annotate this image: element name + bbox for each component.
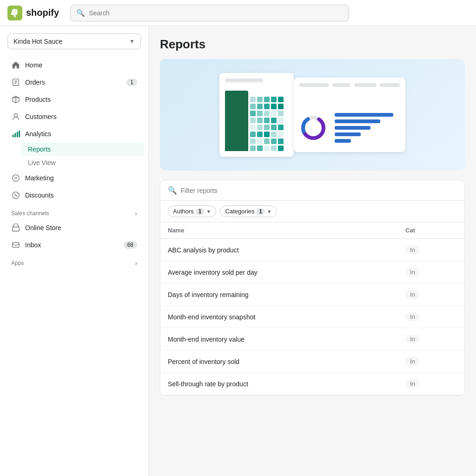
category-badge: In [405, 357, 420, 366]
heat-cell [278, 118, 284, 123]
table-row[interactable]: Month-end inventory snapshot In [160, 306, 464, 328]
report-name: Percent of inventory sold [160, 350, 398, 373]
sidebar-item-inbox[interactable]: Inbox 68 [4, 237, 145, 253]
heat-cell [271, 125, 277, 130]
category-badge: In [405, 312, 420, 321]
authors-chip[interactable]: Authors 1 ▼ [168, 205, 216, 217]
report-category: In [398, 306, 464, 328]
heat-cell [271, 132, 277, 137]
sidebar-item-orders[interactable]: Orders 1 [4, 74, 145, 91]
heat-cell [278, 125, 284, 130]
analytics-subnav: Reports Live View [0, 143, 148, 169]
heat-cell [250, 125, 256, 130]
main-content: Reports [149, 26, 476, 476]
table-row[interactable]: Percent of inventory sold In [160, 350, 464, 373]
svg-rect-20 [13, 243, 19, 248]
sidebar-item-customers[interactable]: Customers [4, 108, 145, 125]
store-selector[interactable]: Kinda Hot Sauce ▼ [7, 33, 141, 49]
heat-grid [250, 97, 288, 151]
heat-cell [250, 111, 256, 116]
heat-cell [257, 132, 263, 137]
heat-cell [278, 139, 284, 144]
report-name: Days of inventory remaining [160, 284, 398, 306]
bar-list-item-5 [335, 139, 351, 143]
home-icon [11, 60, 20, 70]
discounts-icon [11, 191, 20, 200]
search-input[interactable] [89, 9, 343, 17]
col-name: Name [160, 222, 398, 239]
sidebar-item-online-store[interactable]: Online Store [4, 219, 145, 236]
table-row[interactable]: Days of inventory remaining In [160, 284, 464, 306]
heat-cell [278, 132, 284, 137]
category-badge: In [405, 290, 420, 299]
authors-chip-arrow-icon: ▼ [206, 209, 212, 214]
category-badge: In [405, 245, 420, 254]
logo-area: shopify [7, 6, 59, 20]
svg-rect-11 [14, 133, 16, 137]
main-layout: Kinda Hot Sauce ▼ Home Orders 1 Products [0, 26, 476, 476]
store-name: Kinda Hot Sauce [13, 38, 62, 45]
chart2-title [299, 83, 329, 87]
category-badge: In [405, 268, 420, 277]
heat-cell [278, 104, 284, 109]
filter-input[interactable] [181, 187, 457, 194]
heat-cell [250, 132, 256, 137]
heat-cell [264, 104, 270, 109]
heat-cell [264, 125, 270, 130]
table-row[interactable]: Sell-through rate by product In [160, 373, 464, 395]
filter-bar: 🔍 [160, 180, 464, 201]
heat-cell [271, 145, 277, 151]
sidebar-item-orders-label: Orders [25, 79, 45, 86]
svg-point-17 [14, 194, 15, 195]
heat-row [250, 145, 288, 151]
sidebar-item-discounts[interactable]: Discounts [4, 187, 145, 204]
sales-channels-arrow-icon[interactable]: › [135, 210, 137, 217]
chart2-header [299, 83, 400, 87]
donut-area [299, 109, 400, 146]
categories-chip[interactable]: Categories 1 ▼ [220, 205, 277, 217]
sidebar-item-products[interactable]: Products [4, 91, 145, 108]
heat-cell [257, 118, 263, 123]
apps-label: Apps [11, 260, 24, 266]
heat-cell [271, 111, 277, 116]
heat-cell [264, 132, 270, 137]
authors-chip-count: 1 [196, 208, 205, 215]
sidebar-item-online-store-label: Online Store [25, 224, 61, 231]
heat-cell [257, 145, 263, 151]
hero-banner [160, 59, 465, 171]
filter-chips: Authors 1 ▼ Categories 1 ▼ [160, 201, 464, 222]
filter-search-icon: 🔍 [168, 186, 177, 195]
authors-chip-label: Authors [173, 208, 194, 215]
sidebar-item-marketing[interactable]: Marketing [4, 170, 145, 186]
apps-arrow-icon[interactable]: › [135, 259, 137, 267]
chart2-value [354, 83, 376, 87]
sidebar-item-analytics[interactable]: Analytics [4, 126, 145, 142]
sidebar-item-reports[interactable]: Reports [20, 143, 145, 156]
inbox-badge: 68 [124, 241, 137, 249]
sidebar-item-home[interactable]: Home [4, 57, 145, 73]
chart-title-bar [225, 79, 263, 82]
sidebar-item-marketing-label: Marketing [25, 174, 53, 182]
svg-point-1 [14, 14, 16, 17]
search-bar[interactable]: 🔍 [70, 5, 349, 21]
report-category: In [398, 239, 464, 261]
analytics-icon [11, 129, 20, 139]
table-row[interactable]: Month-end inventory value In [160, 328, 464, 350]
customers-icon [11, 112, 20, 121]
categories-chip-count: 1 [256, 208, 265, 215]
heat-cell [250, 104, 256, 109]
heat-row [250, 104, 288, 109]
table-row[interactable]: ABC analysis by product In [160, 239, 464, 261]
table-row[interactable]: Average inventory sold per day In [160, 261, 464, 284]
bar-chart-area [225, 87, 288, 151]
heat-cell [257, 104, 263, 109]
logo-text: shopify [26, 7, 59, 18]
col-category: Cat [398, 222, 464, 239]
sidebar-item-customers-label: Customers [25, 113, 57, 120]
heat-cell [278, 145, 284, 151]
category-badge: In [405, 335, 420, 344]
store-icon [11, 223, 20, 232]
heat-cell [264, 97, 270, 102]
sidebar-item-live-view[interactable]: Live View [20, 156, 145, 169]
category-badge: In [405, 379, 420, 388]
